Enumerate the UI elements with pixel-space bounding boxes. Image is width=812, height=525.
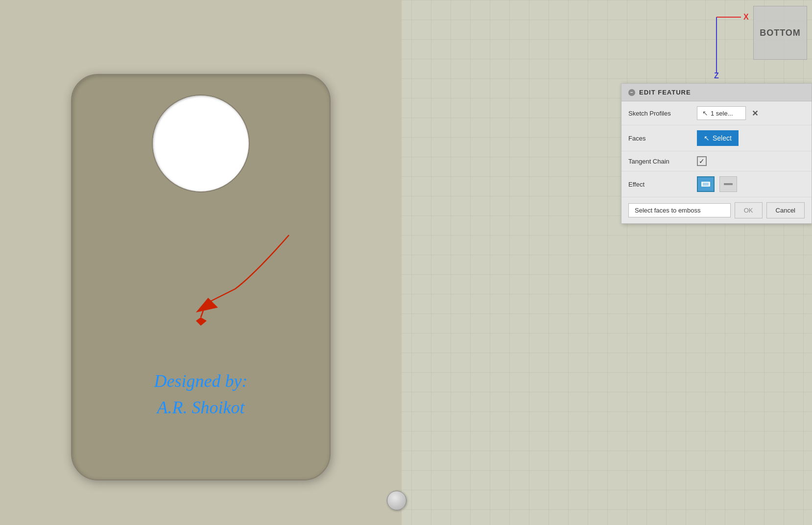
effect-engrave-button[interactable] (719, 176, 737, 192)
sketch-profiles-close-button[interactable]: ✕ (749, 108, 761, 119)
engrave-icon (723, 179, 734, 190)
faces-select-button[interactable]: ↖ Select (697, 130, 739, 146)
sketch-profiles-button[interactable]: ↖ 1 sele... (697, 106, 746, 120)
panel-header: − EDIT FEATURE (621, 84, 812, 101)
tangent-chain-label: Tangent Chain (628, 158, 692, 165)
tangent-chain-value: ✓ (697, 156, 805, 166)
effect-value (697, 176, 805, 192)
designed-by-text: Designed by: A.R. Shoikot (154, 368, 248, 421)
svg-rect-7 (703, 183, 709, 186)
tangent-chain-checkbox[interactable]: ✓ (697, 156, 707, 166)
edit-feature-panel: − EDIT FEATURE Sketch Profiles ↖ 1 sele.… (621, 83, 812, 224)
sketch-profiles-value: ↖ 1 sele... ✕ (697, 106, 805, 120)
phone-plate: Designed by: A.R. Shoikot (71, 74, 331, 480)
faces-label: Faces (628, 135, 692, 142)
cancel-button[interactable]: Cancel (766, 202, 805, 218)
ok-button[interactable]: OK (735, 202, 763, 218)
tangent-chain-row: Tangent Chain ✓ (621, 151, 812, 171)
svg-text:X: X (743, 13, 749, 21)
checkmark-icon: ✓ (699, 157, 705, 165)
circle-hole (152, 95, 250, 192)
sketch-profiles-label: Sketch Profiles (628, 110, 692, 117)
panel-bottom-row: Select faces to emboss OK Cancel (621, 197, 812, 223)
faces-value: ↖ Select (697, 130, 805, 146)
orbit-handle[interactable] (387, 491, 406, 510)
3d-object-area: Designed by: A.R. Shoikot (0, 0, 402, 525)
panel-title: EDIT FEATURE (639, 89, 805, 96)
view-cube[interactable]: BOTTOM (753, 6, 807, 60)
effect-row: Effect (621, 171, 812, 197)
viewport: Designed by: A.R. Shoikot BOTTOM X Z (0, 0, 812, 525)
emboss-icon (700, 179, 711, 190)
effect-label: Effect (628, 181, 692, 188)
sketch-profiles-row: Sketch Profiles ↖ 1 sele... ✕ (621, 101, 812, 125)
cursor-icon: ↖ (702, 109, 708, 117)
hint-text: Select faces to emboss (628, 203, 731, 217)
svg-text:Z: Z (714, 72, 719, 78)
axis-indicator: X Z (712, 2, 751, 78)
faces-row: Faces ↖ Select (621, 125, 812, 151)
select-cursor-icon: ↖ (704, 134, 710, 142)
effect-emboss-button[interactable] (697, 176, 715, 192)
panel-header-icon: − (628, 89, 635, 96)
